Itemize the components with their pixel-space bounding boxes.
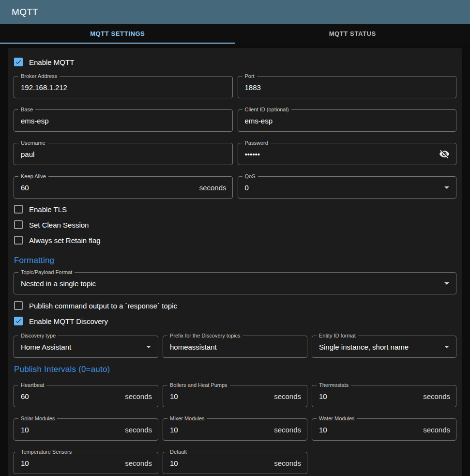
broker-address-field: Broker Address	[14, 76, 233, 98]
discovery-type-selected-value: Home Assistant	[21, 343, 146, 351]
solar-interval-input[interactable]	[21, 426, 121, 434]
field-label: Client ID (optional)	[243, 107, 291, 113]
tab-mqtt-settings[interactable]: MQTT SETTINGS	[0, 24, 235, 44]
boilers-interval-input[interactable]	[170, 392, 270, 400]
seconds-suffix: seconds	[419, 392, 450, 400]
seconds-suffix: seconds	[196, 184, 227, 192]
field-label: Keep Alive	[18, 173, 48, 180]
enable-discovery-checkbox-row[interactable]: Enable MQTT Discovery	[14, 313, 456, 329]
page-title: MQTT	[12, 7, 38, 17]
port-input[interactable]	[245, 83, 451, 92]
field-label: Broker Address	[18, 73, 60, 79]
dropdown-arrow-icon	[444, 346, 449, 348]
field-label: Entity ID format	[317, 333, 358, 339]
mqtt-settings-panel: Enable MQTT Broker Address Port Base Cli…	[8, 48, 462, 476]
field-label: Mixer Modules	[167, 415, 207, 422]
field-label: Thermostats	[317, 382, 351, 388]
password-input[interactable]	[245, 150, 439, 158]
seconds-suffix: seconds	[270, 392, 301, 400]
temperature-interval-field: Temperature Sensors seconds	[14, 452, 158, 474]
seconds-suffix: seconds	[270, 426, 301, 434]
client-id-field: Client ID (optional)	[238, 109, 457, 132]
checkbox-checked-icon[interactable]	[14, 58, 23, 66]
checkbox-unchecked-icon[interactable]	[14, 220, 23, 229]
dropdown-arrow-icon	[444, 186, 449, 189]
seconds-suffix: seconds	[270, 459, 301, 467]
thermostats-interval-input[interactable]	[319, 392, 419, 400]
base-input[interactable]	[21, 117, 227, 125]
field-label: Password	[243, 140, 271, 146]
seconds-suffix: seconds	[121, 392, 152, 400]
publish-intervals-section-heading: Publish Intervals (0=auto)	[14, 365, 456, 374]
seconds-suffix: seconds	[419, 426, 450, 434]
entity-id-format-select[interactable]: Entity ID format Single instance, short …	[312, 336, 456, 358]
checkbox-label: Enable MQTT Discovery	[29, 317, 108, 325]
topic-payload-format-select[interactable]: Topic/Payload Format Nested in a single …	[14, 272, 456, 294]
checkbox-label: Enable MQTT	[29, 58, 74, 66]
default-interval-field: Default seconds	[163, 452, 307, 474]
water-interval-input[interactable]	[319, 426, 419, 434]
field-label: Temperature Sensors	[18, 449, 74, 455]
field-label: Boilers and Heat Pumps	[167, 382, 230, 388]
discovery-type-select[interactable]: Discovery type Home Assistant	[14, 336, 158, 358]
heartbeat-interval-input[interactable]	[21, 392, 121, 400]
username-field: Username	[14, 143, 233, 165]
base-field: Base	[14, 109, 233, 132]
check-icon	[15, 318, 22, 324]
qos-select[interactable]: QoS 0	[238, 176, 457, 199]
discovery-prefix-field: Prefix for the Discovery topics	[163, 336, 307, 358]
checkbox-checked-icon[interactable]	[14, 317, 23, 325]
qos-selected-value: 0	[245, 184, 445, 192]
seconds-suffix: seconds	[121, 459, 152, 467]
keep-alive-input[interactable]	[21, 184, 196, 192]
username-input[interactable]	[21, 150, 227, 158]
port-field: Port	[238, 76, 457, 98]
solar-interval-field: Solar Modules seconds	[14, 418, 158, 441]
visibility-off-icon	[439, 149, 450, 159]
app-bar: MQTT	[0, 0, 470, 24]
field-label: Heartbeat	[18, 382, 46, 388]
field-label: Discovery type	[18, 333, 58, 339]
dropdown-arrow-icon	[146, 346, 151, 348]
client-id-input[interactable]	[245, 117, 451, 125]
mixer-interval-field: Mixer Modules seconds	[163, 418, 307, 441]
temperature-interval-input[interactable]	[21, 459, 121, 467]
tab-mqtt-status[interactable]: MQTT STATUS	[235, 24, 470, 44]
checkbox-label: Enable TLS	[29, 205, 67, 214]
password-field: Password	[238, 143, 457, 165]
field-label: Base	[18, 107, 35, 113]
topic-format-selected-value: Nested in a single topic	[21, 279, 444, 288]
checkbox-unchecked-icon[interactable]	[14, 301, 23, 310]
boilers-interval-field: Boilers and Heat Pumps seconds	[163, 385, 307, 407]
publish-response-checkbox-row[interactable]: Publish command output to a `response` t…	[14, 298, 456, 313]
checkbox-label: Set Clean Session	[29, 221, 89, 229]
entity-format-selected-value: Single instance, short name	[319, 343, 444, 351]
retain-flag-checkbox-row[interactable]: Always set Retain flag	[14, 232, 456, 248]
toggle-password-visibility-button[interactable]	[439, 148, 450, 160]
field-label: Prefix for the Discovery topics	[167, 333, 243, 339]
mixer-interval-input[interactable]	[170, 426, 270, 434]
water-interval-field: Water Modules seconds	[312, 418, 456, 441]
field-label: Username	[18, 140, 48, 146]
keep-alive-field: Keep Alive seconds	[14, 176, 233, 199]
thermostats-interval-field: Thermostats seconds	[312, 385, 456, 407]
default-interval-input[interactable]	[170, 459, 270, 467]
field-label: QoS	[243, 173, 258, 180]
tab-bar: MQTT SETTINGS MQTT STATUS	[0, 24, 470, 44]
enable-mqtt-checkbox-row[interactable]: Enable MQTT	[14, 53, 456, 72]
heartbeat-interval-field: Heartbeat seconds	[14, 385, 158, 407]
field-label: Topic/Payload Format	[18, 269, 75, 276]
checkbox-label: Always set Retain flag	[29, 236, 101, 245]
checkbox-unchecked-icon[interactable]	[14, 205, 23, 214]
check-icon	[15, 59, 22, 65]
clean-session-checkbox-row[interactable]: Set Clean Session	[14, 217, 456, 232]
dropdown-arrow-icon	[444, 282, 449, 285]
enable-tls-checkbox-row[interactable]: Enable TLS	[14, 201, 456, 217]
checkbox-unchecked-icon[interactable]	[14, 236, 23, 245]
field-label: Solar Modules	[18, 415, 57, 422]
seconds-suffix: seconds	[121, 426, 152, 434]
field-label: Water Modules	[317, 415, 357, 422]
formatting-section-heading: Formatting	[14, 256, 456, 265]
broker-address-input[interactable]	[21, 83, 227, 92]
discovery-prefix-input[interactable]	[170, 343, 301, 351]
